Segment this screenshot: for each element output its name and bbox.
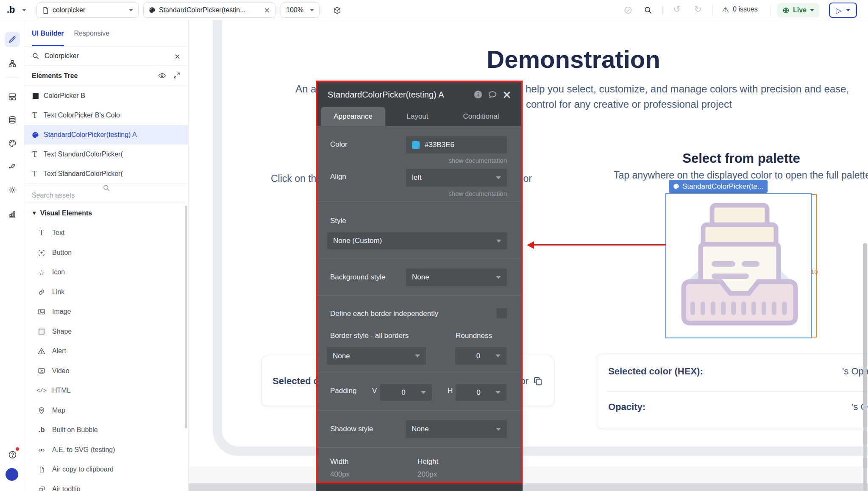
intro-text-fragment-right: help you select, customize, and manage c… <box>526 83 849 95</box>
design-tab-icon[interactable] <box>5 32 20 47</box>
palette-item-air-tooltip[interactable]: Air tooltip <box>24 480 188 491</box>
file-icon <box>37 466 46 473</box>
copy-icon[interactable] <box>533 376 543 386</box>
visibility-eye-icon[interactable] <box>158 72 166 80</box>
undo-icon[interactable]: ↺ <box>673 4 681 14</box>
inspector-header[interactable]: StandardColorPicker(testing) A × <box>317 82 521 107</box>
expand-tree-icon[interactable] <box>173 72 181 80</box>
components-tab-icon[interactable] <box>5 89 20 104</box>
element-badge[interactable]: StandardColorPicker(te... <box>669 180 768 193</box>
comment-icon[interactable] <box>485 87 500 102</box>
video-icon <box>37 367 46 375</box>
close-icon[interactable]: × <box>264 6 270 14</box>
settings-tab-icon[interactable] <box>5 182 20 198</box>
padding-h-dropdown[interactable]: 0 <box>456 384 506 401</box>
palette-item-link[interactable]: Link <box>24 282 188 302</box>
app-selector[interactable]: colorpicker <box>36 3 139 18</box>
logo-chevron-icon[interactable] <box>22 9 26 11</box>
assets-search-placeholder: Search assets <box>32 192 75 199</box>
chevron-down-icon <box>129 9 133 11</box>
assets-search[interactable]: Search assets <box>24 184 188 203</box>
show-documentation-link[interactable]: show documentation <box>406 190 507 197</box>
border-style-dropdown[interactable]: None <box>327 347 426 365</box>
palette-item-image[interactable]: Image <box>24 302 188 322</box>
tree-item[interactable]: T Text StandardColorPicker( <box>24 145 188 164</box>
tab-appearance[interactable]: Appearance <box>321 107 385 126</box>
background-style-dropdown[interactable]: None <box>406 268 507 286</box>
color-input[interactable]: #33B3E6 <box>406 136 507 153</box>
close-icon[interactable]: × <box>500 87 514 102</box>
bubble-logo[interactable]: .b <box>7 4 15 15</box>
color-swatch[interactable] <box>412 141 420 149</box>
data-tab-icon[interactable] <box>5 112 20 128</box>
palette-item-built-on-bubble[interactable]: .b Built on Bubble <box>24 420 188 440</box>
live-label: Live <box>793 6 807 14</box>
tab-ui-builder[interactable]: UI Builder <box>32 20 64 46</box>
palette-item-alert[interactable]: Alert <box>24 341 188 361</box>
page-title: Demonstration <box>436 45 711 73</box>
tree-item-selected[interactable]: StandardColorPicker(testing) A <box>24 125 188 145</box>
align-dropdown[interactable]: left <box>406 169 507 187</box>
intro-text-line2: control for any creative or professional… <box>526 98 732 110</box>
palette-item-html[interactable]: </> HTML <box>24 381 188 401</box>
tab-conditional[interactable]: Conditional <box>449 107 513 126</box>
tree-item[interactable]: ColorPicker B <box>24 86 188 106</box>
warning-icon: ⚠ <box>722 5 729 14</box>
palette-item-map[interactable]: Map <box>24 401 188 421</box>
divider <box>317 259 521 259</box>
issues-indicator[interactable]: ⚠ 0 issues <box>722 5 758 14</box>
visual-elements-list: T Text Button ☆ Icon Link Image Shape Al… <box>24 223 188 491</box>
plugins-tab-icon[interactable] <box>5 159 20 174</box>
inspector-title: StandardColorPicker(testing) A <box>328 90 471 100</box>
border-independent-label: Define each border independently <box>330 310 438 318</box>
canvas-gutter <box>189 466 868 483</box>
palette-item-ae-to-svg[interactable]: ‹•› A.E. to SVG (testing) <box>24 440 188 460</box>
shadow-style-dropdown[interactable]: None <box>406 420 507 438</box>
border-independent-checkbox[interactable] <box>497 308 507 318</box>
visual-elements-header[interactable]: ▼ Visual Elements <box>24 203 188 223</box>
property-inspector[interactable]: StandardColorPicker(testing) A × Appeara… <box>316 81 523 483</box>
logs-tab-icon[interactable] <box>5 206 20 222</box>
tree-item[interactable]: T Text ColorPicker B's Colo <box>24 106 188 125</box>
zoom-selector[interactable]: 100% <box>281 3 320 18</box>
background-style-label: Background style <box>330 273 385 282</box>
top-toolbar: .b colorpicker StandardColorPicker(testi… <box>0 0 868 20</box>
tab-responsive[interactable]: Responsive <box>74 20 110 46</box>
panel-scrollbar[interactable] <box>185 206 187 428</box>
styles-tab-icon[interactable] <box>5 136 20 151</box>
warning-triangle-icon <box>37 347 46 355</box>
clear-search-icon[interactable]: × <box>174 52 181 61</box>
link-icon <box>37 288 46 296</box>
workflow-tab-icon[interactable] <box>5 56 20 71</box>
editor-canvas[interactable]: Demonstration An a help you select, cust… <box>189 20 868 491</box>
info-icon[interactable] <box>471 87 485 102</box>
roundness-dropdown[interactable]: 0 <box>455 347 506 365</box>
palette-item-icon[interactable]: ☆ Icon <box>24 262 188 282</box>
palette-item-shape[interactable]: Shape <box>24 322 188 342</box>
show-documentation-link[interactable]: show documentation <box>406 157 507 164</box>
live-button[interactable]: Live <box>777 3 819 17</box>
palette-item-button[interactable]: Button <box>24 243 188 263</box>
deploy-check-icon[interactable] <box>624 6 632 14</box>
search-icon[interactable] <box>644 6 652 14</box>
redo-icon[interactable]: ↻ <box>694 4 702 14</box>
canvas-scrollbar[interactable] <box>863 243 867 491</box>
page-tab[interactable]: StandardColorPicker(testin... × <box>143 3 275 18</box>
palette-item-text[interactable]: T Text <box>24 223 188 243</box>
component-cube-icon[interactable] <box>333 6 341 14</box>
roundness-label: Roundness <box>456 332 492 340</box>
divider <box>712 5 712 15</box>
tab-layout[interactable]: Layout <box>392 107 443 126</box>
chevron-down-icon <box>810 9 814 11</box>
style-dropdown[interactable]: None (Custom) <box>327 232 507 249</box>
avatar[interactable] <box>6 468 18 481</box>
padding-v-dropdown[interactable]: 0 <box>380 384 432 401</box>
element-search[interactable]: Colorpicker × <box>24 47 188 66</box>
preview-button[interactable]: ▷ <box>829 3 857 18</box>
palette-item-video[interactable]: Video <box>24 361 188 381</box>
divider <box>5 78 19 78</box>
palette-item-air-copy[interactable]: Air copy to clipboard <box>24 460 188 480</box>
help-icon[interactable] <box>5 447 20 462</box>
tree-item[interactable]: T Text StandardColorPicker( <box>24 164 188 184</box>
height-label: Height <box>417 458 438 466</box>
